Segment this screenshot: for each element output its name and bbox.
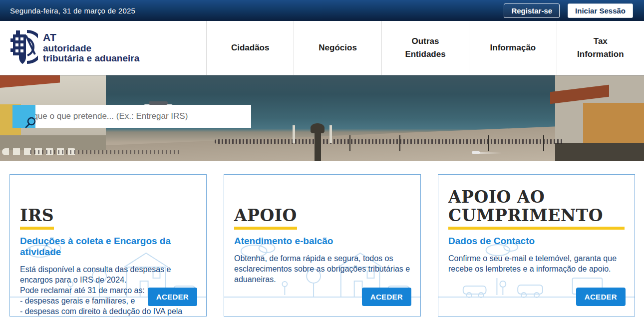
- search-button[interactable]: [12, 105, 35, 128]
- register-button[interactable]: Registar-se: [504, 3, 560, 18]
- login-button[interactable]: Iniciar Sessão: [568, 3, 633, 18]
- main-header: AT autoridade tributária e aduaneira Cid…: [0, 21, 644, 75]
- hero-crowd-left: [30, 150, 180, 154]
- nav-label: Negócios: [319, 41, 357, 54]
- aceder-button-cumprimento[interactable]: ACEDER: [576, 288, 626, 306]
- card-subtitle-link[interactable]: Atendimento e-balcão: [234, 236, 410, 247]
- yellow-underline: [20, 227, 54, 230]
- main-nav: Cidadãos Negócios Outras Entidades Infor…: [206, 21, 644, 75]
- hero-ferry-cabin: [149, 101, 168, 105]
- aceder-button-apoio[interactable]: ACEDER: [362, 288, 411, 306]
- nav-item-tax-information[interactable]: Tax Information: [557, 21, 644, 75]
- aceder-button-irs[interactable]: ACEDER: [148, 288, 197, 306]
- hero-small-boat-wake: [479, 152, 502, 154]
- hero-lamp-post: [349, 135, 350, 151]
- card-subtitle-link[interactable]: Deduções à coleta e Encargos da atividad…: [20, 236, 196, 258]
- hero-statue-pedestal: [315, 130, 321, 161]
- hero-photo-lisbon-plaza: [0, 75, 644, 161]
- nav-label: Informação: [490, 41, 536, 54]
- card-title-block: IRS: [20, 184, 196, 230]
- card-title: APOIO AO CUMPRIMENTO: [448, 188, 625, 225]
- logo-line2: tributária e aduaneira: [43, 53, 139, 64]
- at-logo[interactable]: AT autoridade tributária e aduaneira: [0, 21, 206, 75]
- card-title: IRS: [20, 207, 54, 225]
- session-actions: Registar-se Iniciar Sessão: [504, 3, 633, 18]
- card-irs: IRS Deduções à coleta e Encargos da ativ…: [9, 174, 207, 317]
- card-title-block: APOIO AO CUMPRIMENTO: [448, 184, 625, 230]
- card-subtitle-link[interactable]: Dados de Contacto: [448, 236, 625, 247]
- at-logo-icon: [9, 28, 38, 67]
- card-body-text: Confirme o seu e-mail e telemóvel, garan…: [448, 253, 625, 274]
- hero-arcade-right: [555, 143, 644, 161]
- logo-line1: autoridade: [43, 43, 139, 54]
- nav-item-outras-entidades[interactable]: Outras Entidades: [381, 21, 469, 75]
- nav-item-negocios[interactable]: Negócios: [294, 21, 381, 75]
- current-date: Segunda-feira, 31 de março de 2025: [10, 6, 135, 15]
- hero-lamp-post: [399, 135, 400, 151]
- hero-lamp-post: [543, 135, 544, 151]
- hero-lamp-post: [488, 135, 489, 151]
- hero-column: [329, 125, 332, 143]
- yellow-underline: [448, 227, 625, 230]
- card-content: APOIO AO CUMPRIMENTO Dados de Contacto C…: [448, 184, 625, 274]
- card-apoio: APOIO Atendimento e-balcão Obtenha, de f…: [224, 174, 421, 317]
- hero-column: [293, 125, 295, 143]
- nav-item-cidadaos[interactable]: Cidadãos: [206, 21, 294, 75]
- at-logo-text: AT autoridade tributária e aduaneira: [43, 32, 139, 64]
- highlight-cards: IRS Deduções à coleta e Encargos da ativ…: [0, 161, 644, 317]
- nav-label: Tax Information: [573, 35, 629, 61]
- card-title-block: APOIO: [234, 184, 410, 230]
- hero-crowd: [215, 139, 564, 144]
- nav-label: Outras Entidades: [397, 35, 453, 61]
- card-body-text: Obtenha, de forma rápida e segura, todos…: [234, 253, 410, 285]
- search-input[interactable]: [12, 105, 251, 128]
- hero-statue: [311, 123, 324, 133]
- card-title: APOIO: [234, 207, 297, 225]
- hero-ochre-wall: [583, 103, 644, 144]
- top-bar: Segunda-feira, 31 de março de 2025 Regis…: [0, 0, 644, 21]
- nav-item-informacao[interactable]: Informação: [469, 21, 556, 75]
- card-content: APOIO Atendimento e-balcão Obtenha, de f…: [234, 184, 410, 285]
- card-apoio-ao-cumprimento: APOIO AO CUMPRIMENTO Dados de Contacto C…: [438, 174, 635, 317]
- yellow-underline: [234, 227, 297, 230]
- nav-label: Cidadãos: [231, 41, 270, 54]
- logo-acronym: AT: [43, 32, 139, 43]
